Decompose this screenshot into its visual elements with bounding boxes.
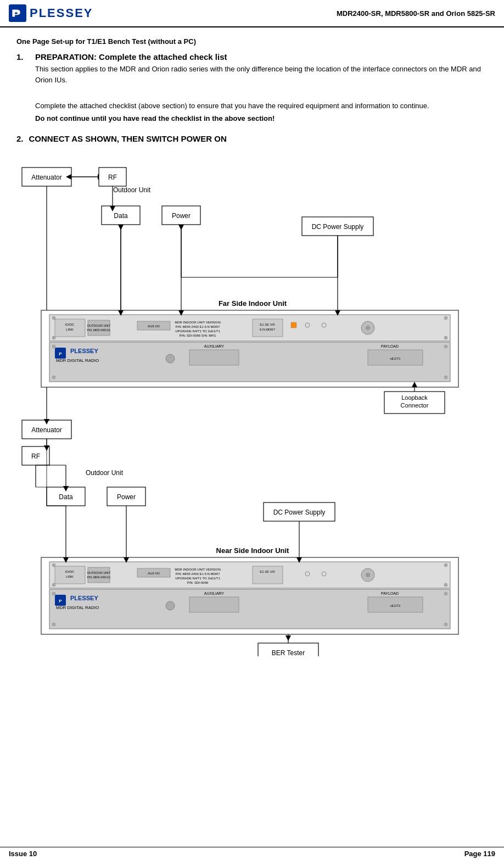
svg-point-48 xyxy=(52,316,55,320)
svg-text:Near Side Indoor Unit: Near Side Indoor Unit xyxy=(216,546,290,555)
svg-text:AUXILIARY: AUXILIARY xyxy=(204,344,225,348)
svg-text:PLESSEY: PLESSEY xyxy=(70,348,98,354)
svg-text:P/N: MDR-2400 E1: P/N: MDR-2400 E1 xyxy=(87,328,111,332)
section1-para1: This section applies to the MDR and Orio… xyxy=(35,64,488,85)
page-footer: Issue 10 Page 119 xyxy=(0,847,504,860)
svg-point-50 xyxy=(52,336,55,339)
svg-text:P/N: SDI-0066   S/N: MFG: P/N: SDI-0066 S/N: MFG xyxy=(179,334,216,337)
svg-text:P/N: MDR-2400 E1    6.N MDR7: P/N: MDR-2400 E1 6.N MDR7 xyxy=(175,572,220,576)
svg-text:6.N MDR7: 6.N MDR7 xyxy=(260,328,276,331)
section1-title: PREPARATION: Complete the attached check… xyxy=(35,52,488,62)
svg-point-65 xyxy=(52,376,55,379)
svg-rect-101 xyxy=(88,567,110,583)
svg-text:Loopback: Loopback xyxy=(401,394,428,401)
svg-text:Outdoor Unit: Outdoor Unit xyxy=(86,469,124,477)
svg-text:OUTDOOR UNIT: OUTDOOR UNIT xyxy=(87,571,111,574)
svg-text:MDR  DIGITAL  RADIO: MDR DIGITAL RADIO xyxy=(56,605,99,610)
svg-text:Outdoor Unit: Outdoor Unit xyxy=(113,186,151,194)
svg-text:P/N: SDI-0066: P/N: SDI-0066 xyxy=(187,581,209,584)
section1-content: PREPARATION: Complete the attached check… xyxy=(35,52,488,126)
svg-point-118 xyxy=(52,583,55,587)
svg-text:IO/DC: IO/DC xyxy=(65,570,75,573)
svg-text:DC Power Supply: DC Power Supply xyxy=(312,223,364,231)
svg-rect-110 xyxy=(253,566,283,584)
svg-text:RF: RF xyxy=(108,174,117,181)
svg-text:Power: Power xyxy=(117,493,136,501)
svg-rect-59 xyxy=(189,350,239,365)
page-subtitle: One Page Set-up for T1/E1 Bench Test (wi… xyxy=(16,37,488,46)
section1-para2: Complete the attached checklist (above s… xyxy=(35,100,488,111)
svg-text:Attenuator: Attenuator xyxy=(31,426,61,434)
svg-text:Data: Data xyxy=(114,212,128,220)
svg-point-116 xyxy=(52,563,55,567)
svg-point-125 xyxy=(166,601,175,610)
svg-point-63 xyxy=(52,345,55,348)
svg-text:P/N: MDR-2400 E1    6.N MDR7: P/N: MDR-2400 E1 6.N MDR7 xyxy=(175,325,220,328)
svg-text:MDR  DIGITAL  RADIO: MDR DIGITAL RADIO xyxy=(56,358,99,363)
main-content: One Page Set-up for T1/E1 Bench Test (wi… xyxy=(0,32,504,667)
svg-text:UPGRADE   N4/T1 TO 2xE1/T1: UPGRADE N4/T1 TO 2xE1/T1 xyxy=(175,330,220,333)
svg-text:Power: Power xyxy=(172,212,191,220)
svg-point-57 xyxy=(166,354,175,363)
logo-area: PLESSEY xyxy=(9,4,93,22)
section2-title: CONNECT AS SHOWN, THEN SWITCH POWER ON xyxy=(29,134,488,143)
svg-text:MDR INDOOR UNIT  VERSION: MDR INDOOR UNIT VERSION xyxy=(175,321,221,324)
svg-text:E1-2E V/0: E1-2E V/0 xyxy=(260,323,275,326)
svg-text:RF: RF xyxy=(31,453,40,460)
svg-rect-43 xyxy=(291,322,296,328)
svg-text:E1-2E V/0: E1-2E V/0 xyxy=(260,570,275,573)
svg-text:MDR INDOOR UNIT  VERSION: MDR INDOOR UNIT VERSION xyxy=(175,568,221,571)
svg-point-51 xyxy=(444,336,447,339)
svg-text:P: P xyxy=(59,351,62,356)
svg-text:UPGRADE   N4/T1 TO 2xE1/T1: UPGRADE N4/T1 TO 2xE1/T1 xyxy=(175,577,220,580)
svg-text:PAYLOAD: PAYLOAD xyxy=(381,591,399,595)
svg-text:Far Side Indoor Unit: Far Side Indoor Unit xyxy=(219,299,287,308)
section2-number: 2. xyxy=(16,134,24,146)
svg-text:Data: Data xyxy=(59,493,73,501)
svg-point-117 xyxy=(444,563,447,567)
header-title: MDR2400-SR, MDR5800-SR and Orion 5825-SR xyxy=(337,9,495,18)
svg-text:P: P xyxy=(59,599,62,604)
svg-point-133 xyxy=(52,623,55,626)
svg-point-131 xyxy=(52,592,55,595)
svg-point-132 xyxy=(444,592,447,595)
section1-number: 1. xyxy=(16,52,30,126)
page-header: PLESSEY MDR2400-SR, MDR5800-SR and Orion… xyxy=(0,0,504,27)
svg-text:IO/DC: IO/DC xyxy=(65,323,75,326)
svg-text:AUX I/O: AUX I/O xyxy=(148,572,160,575)
svg-point-49 xyxy=(444,316,447,320)
svg-point-115 xyxy=(366,573,370,577)
footer-issue: Issue 10 xyxy=(9,850,37,858)
svg-rect-127 xyxy=(189,597,239,612)
section1-block: 1. PREPARATION: Complete the attached ch… xyxy=(16,52,488,126)
svg-point-47 xyxy=(366,326,370,330)
svg-text:LINK: LINK xyxy=(66,328,73,331)
svg-text:xE1/T1: xE1/T1 xyxy=(390,357,401,360)
svg-text:PAYLOAD: PAYLOAD xyxy=(381,344,399,348)
svg-point-64 xyxy=(444,345,447,348)
svg-text:Connector: Connector xyxy=(401,402,429,409)
svg-point-66 xyxy=(444,376,447,379)
svg-text:AUXILIARY: AUXILIARY xyxy=(204,591,225,595)
svg-point-119 xyxy=(444,583,447,587)
svg-text:AUX I/O: AUX I/O xyxy=(148,325,160,328)
svg-text:OUTDOOR UNIT: OUTDOOR UNIT xyxy=(87,324,111,327)
svg-point-134 xyxy=(444,623,447,626)
section2-content: CONNECT AS SHOWN, THEN SWITCH POWER ON xyxy=(29,134,488,146)
svg-text:xE1/T1: xE1/T1 xyxy=(390,604,401,607)
section2-block: 2. CONNECT AS SHOWN, THEN SWITCH POWER O… xyxy=(16,134,488,146)
svg-text:DC Power Supply: DC Power Supply xyxy=(273,509,326,516)
footer-page: Page 119 xyxy=(464,850,495,858)
section1-para3: Do not continue until you have read the … xyxy=(35,113,488,124)
plessey-logo-icon xyxy=(9,4,26,22)
svg-marker-138 xyxy=(285,635,291,641)
diagram-svg: Attenuator RF Outdoor Unit Data Power DC… xyxy=(16,151,489,656)
svg-text:PLESSEY: PLESSEY xyxy=(70,595,98,601)
svg-text:BER Tester: BER Tester xyxy=(272,649,305,656)
svg-text:LINK: LINK xyxy=(66,575,73,578)
svg-rect-31 xyxy=(88,320,110,336)
logo-text: PLESSEY xyxy=(30,6,93,20)
diagram-container: Attenuator RF Outdoor Unit Data Power DC… xyxy=(16,151,488,656)
svg-text:Attenuator: Attenuator xyxy=(31,174,61,181)
svg-text:P/N: MDR-2400 E1: P/N: MDR-2400 E1 xyxy=(87,576,111,579)
